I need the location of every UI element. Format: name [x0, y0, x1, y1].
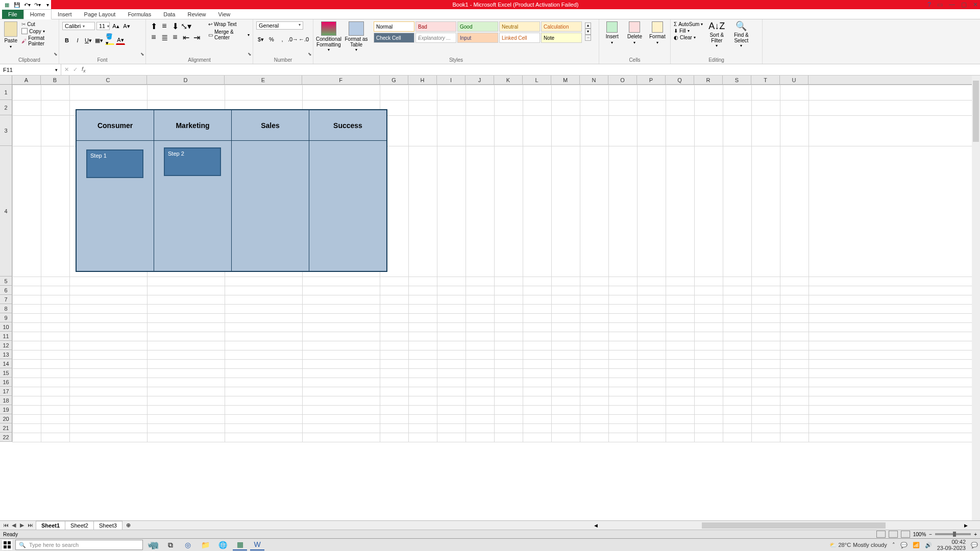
close-button[interactable]: ✕ — [973, 1, 978, 8]
col-header-M[interactable]: M — [551, 76, 580, 84]
border-button[interactable]: ▦▾ — [94, 36, 104, 45]
row-header-1[interactable]: 1 — [0, 85, 12, 100]
row-header-21[interactable]: 21 — [0, 423, 12, 433]
col-header-L[interactable]: L — [523, 76, 551, 84]
font-name-combo[interactable]: Calibri▾ — [62, 22, 95, 30]
col-header-O[interactable]: O — [608, 76, 637, 84]
align-left-button[interactable]: ≡ — [149, 33, 158, 42]
zoom-in-button[interactable]: + — [974, 532, 977, 537]
formula-input[interactable] — [90, 67, 977, 73]
paste-button[interactable]: Paste ▾ — [3, 21, 18, 49]
fx-icon[interactable]: fx — [82, 66, 86, 73]
name-box[interactable]: F11 ▾ — [0, 64, 61, 75]
step-box-1[interactable]: Step 1 — [86, 149, 143, 178]
shrink-font-button[interactable]: A▾ — [122, 21, 131, 31]
col-header-D[interactable]: D — [147, 76, 225, 84]
cells-area[interactable]: ConsumerMarketingSalesSuccess Step 1 Ste… — [12, 85, 980, 442]
align-top-button[interactable]: ⬆ — [149, 21, 158, 31]
row-header-20[interactable]: 20 — [0, 414, 12, 423]
col-header-N[interactable]: N — [580, 76, 608, 84]
row-header-2[interactable]: 2 — [0, 100, 12, 115]
tab-review[interactable]: Review — [181, 10, 212, 19]
orientation-button[interactable]: ⤡▾ — [181, 21, 190, 31]
worksheet-grid[interactable]: ABCDEFGHIJKLMNOPQRSTU 123456789101112131… — [0, 76, 980, 509]
row-header-6[interactable]: 6 — [0, 286, 12, 295]
row-header-3[interactable]: 3 — [0, 115, 12, 146]
col-header-Q[interactable]: Q — [666, 76, 694, 84]
excel-taskbar-icon[interactable]: ▦ — [233, 539, 247, 550]
maximize-button[interactable]: ▢ — [961, 1, 967, 8]
volume-icon[interactable]: 🔊 — [925, 542, 932, 548]
alignment-dialog-icon[interactable]: ⬊ — [248, 52, 252, 57]
wifi-icon[interactable]: 📶 — [913, 542, 920, 548]
col-header-S[interactable]: S — [723, 76, 751, 84]
save-icon[interactable]: 💾 — [12, 0, 21, 9]
col-header-B[interactable]: B — [41, 76, 69, 84]
row-header-22[interactable]: 22 — [0, 433, 12, 442]
fill-button[interactable]: ⬇Fill▾ — [674, 28, 703, 34]
insert-cell-button[interactable]: Insert▾ — [602, 21, 622, 45]
row-header-8[interactable]: 8 — [0, 304, 12, 313]
decrease-decimal-button[interactable]: ←.0 — [299, 35, 308, 44]
col-header-E[interactable]: E — [225, 76, 302, 84]
col-header-F[interactable]: F — [302, 76, 380, 84]
gallery-more-button[interactable]: ⎓ — [585, 35, 591, 41]
align-right-button[interactable]: ≡ — [170, 33, 180, 42]
bold-button[interactable]: B — [62, 36, 71, 45]
select-all-corner[interactable] — [0, 76, 12, 84]
tab-insert[interactable]: Insert — [52, 10, 78, 19]
number-dialog-icon[interactable]: ⬊ — [308, 52, 312, 57]
vertical-scrollbar[interactable] — [972, 76, 980, 520]
row-header-5[interactable]: 5 — [0, 277, 12, 286]
step-box-2[interactable]: Step 2 — [164, 147, 221, 176]
row-header-13[interactable]: 13 — [0, 350, 12, 359]
col-header-A[interactable]: A — [12, 76, 41, 84]
align-center-button[interactable]: ≣ — [160, 33, 169, 42]
format-painter-button[interactable]: 🖌Format Painter — [21, 35, 56, 46]
tab-file[interactable]: File — [2, 10, 23, 19]
cell-style-note[interactable]: Note — [541, 33, 582, 43]
comma-button[interactable]: , — [278, 35, 287, 44]
format-as-table-button[interactable]: Format as Table▾ — [344, 21, 369, 53]
edge-icon[interactable]: ◎ — [181, 539, 195, 550]
col-header-H[interactable]: H — [408, 76, 437, 84]
row-header-14[interactable]: 14 — [0, 359, 12, 368]
normal-view-button[interactable] — [876, 531, 886, 538]
tab-view[interactable]: View — [212, 10, 237, 19]
align-bottom-button[interactable]: ⬇ — [170, 21, 180, 31]
row-header-16[interactable]: 16 — [0, 378, 12, 387]
copy-button[interactable]: Copy▾ — [21, 28, 56, 34]
new-sheet-button[interactable]: ⊕ — [122, 522, 135, 529]
italic-button[interactable]: I — [73, 36, 82, 45]
row-header-19[interactable]: 19 — [0, 405, 12, 414]
increase-decimal-button[interactable]: .0→ — [288, 35, 298, 44]
clock[interactable]: 00:42 23-09-2023 — [937, 539, 966, 551]
chrome-icon[interactable]: 🌐 — [215, 539, 230, 550]
cell-style-neutral[interactable]: Neutral — [499, 21, 540, 32]
task-view-icon[interactable]: ⧉ — [163, 539, 178, 550]
wrap-text-button[interactable]: ↩Wrap Text — [208, 21, 250, 27]
col-header-J[interactable]: J — [465, 76, 494, 84]
page-break-view-button[interactable] — [901, 531, 910, 538]
undo-icon[interactable]: ↶▾ — [22, 0, 32, 9]
bing-icon[interactable]: 🦏 — [146, 539, 160, 550]
sheet-nav-next[interactable]: ▶ — [18, 522, 26, 529]
align-middle-button[interactable]: ≡ — [160, 21, 169, 31]
col-header-K[interactable]: K — [494, 76, 523, 84]
cell-style-input[interactable]: Input — [457, 33, 498, 43]
enter-fx-icon[interactable]: ✓ — [73, 66, 78, 73]
clipboard-dialog-icon[interactable]: ⬊ — [54, 52, 58, 57]
start-button[interactable] — [2, 540, 12, 550]
underline-button[interactable]: U▾ — [84, 36, 93, 45]
row-header-18[interactable]: 18 — [0, 396, 12, 405]
percent-button[interactable]: % — [267, 35, 276, 44]
row-header-17[interactable]: 17 — [0, 387, 12, 396]
format-cell-button[interactable]: Format▾ — [648, 21, 667, 45]
decrease-indent-button[interactable]: ⇤ — [181, 33, 190, 42]
tab-data[interactable]: Data — [157, 10, 181, 19]
fill-color-button[interactable]: 🪣▾ — [105, 36, 114, 45]
col-header-P[interactable]: P — [637, 76, 666, 84]
col-header-U[interactable]: U — [780, 76, 808, 84]
cell-style-explanatory-[interactable]: Explanatory ... — [415, 33, 456, 43]
cancel-fx-icon[interactable]: ✕ — [64, 66, 69, 73]
